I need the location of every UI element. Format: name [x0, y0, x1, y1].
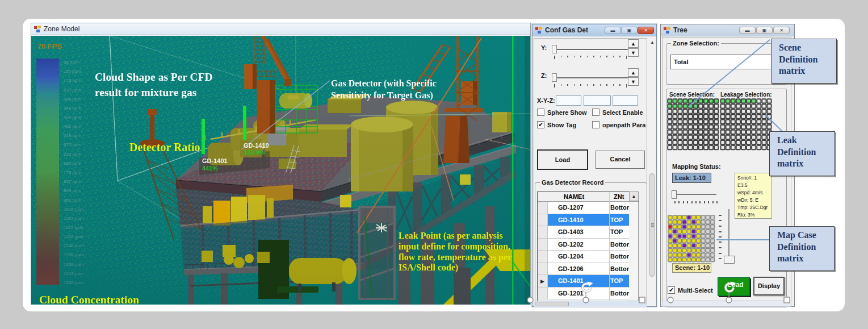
svg-text:result for mixture gas: result for mixture gas [95, 86, 197, 98]
svg-text:133.9%: 133.9% [244, 149, 265, 156]
svg-text:Detector Ratio: Detector Ratio [129, 141, 200, 153]
svg-text:Gas Detector (with Specific: Gas Detector (with Specific [331, 78, 437, 89]
svg-text:441%: 441% [202, 165, 218, 172]
svg-text:ISA/Shell code): ISA/Shell code) [399, 263, 458, 273]
svg-text:GD-1401: GD-1401 [202, 157, 228, 164]
svg-text:Cloud Shape as Per CFD: Cloud Shape as Per CFD [95, 71, 213, 83]
svg-text:Sensitivity for Target Gas): Sensitivity for Target Gas) [331, 90, 433, 101]
svg-text:GD-1410: GD-1410 [244, 142, 269, 149]
svg-text:70 FPS: 70 FPS [37, 42, 62, 51]
svg-text:Leak Point (as per analysis: Leak Point (as per analysis [399, 231, 503, 241]
svg-text:Cloud Concentration: Cloud Concentration [39, 294, 139, 305]
svg-text:input define for composition,: input define for composition, [399, 241, 510, 252]
svg-text:flow rate, temperature as per: flow rate, temperature as per [399, 252, 511, 263]
